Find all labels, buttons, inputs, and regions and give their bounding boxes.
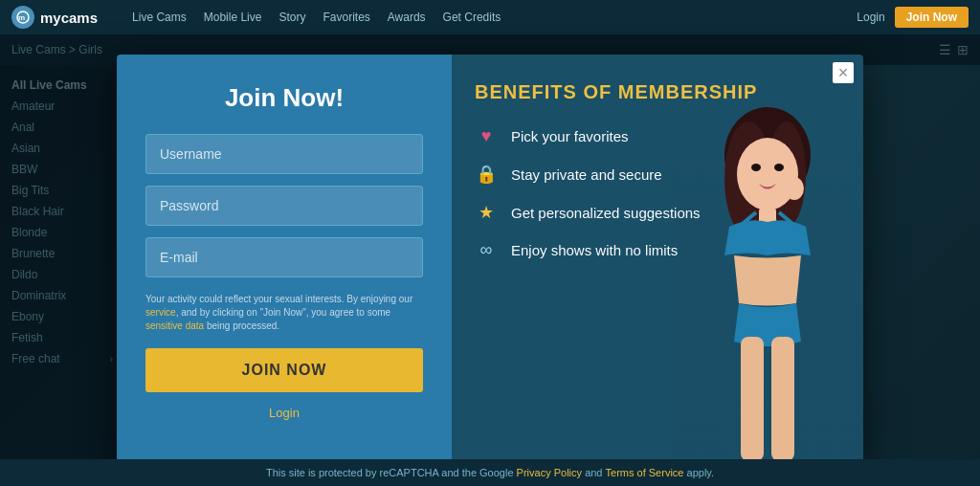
password-input[interactable]: [145, 186, 423, 226]
benefit-text-favorites: Pick your favorites: [511, 128, 629, 144]
benefit-item-suggestions: ★ Get personalized suggestions: [475, 202, 840, 223]
bottom-text-after: apply.: [687, 467, 715, 478]
nav-get-credits[interactable]: Get Credits: [443, 11, 501, 24]
logo[interactable]: m mycams: [11, 6, 98, 29]
heart-icon: ♥: [475, 126, 498, 146]
nav-live-cams[interactable]: Live Cams: [132, 11, 187, 24]
benefit-text-private: Stay private and secure: [511, 166, 662, 183]
close-button[interactable]: ×: [833, 62, 854, 83]
modal-login-link[interactable]: Login: [269, 406, 300, 420]
modal-overlay: × Join Now! Your activity could reflect …: [0, 34, 980, 486]
nav-awards[interactable]: Awards: [388, 11, 426, 24]
star-icon: ★: [475, 202, 498, 223]
benefit-text-shows: Enjoy shows with no limits: [511, 242, 678, 258]
bottom-text-mid: and: [585, 467, 602, 478]
join-title: Join Now!: [225, 83, 344, 113]
lock-icon: 🔒: [475, 164, 498, 185]
infinity-icon: ∞: [475, 240, 498, 260]
nav-links: Live Cams Mobile Live Story Favorites Aw…: [132, 11, 501, 24]
email-input[interactable]: [145, 237, 423, 277]
benefits-title: BENEFITS OF MEMBERSHIP: [475, 81, 840, 103]
terms-service-link[interactable]: service: [145, 307, 176, 318]
logo-icon: m: [11, 6, 34, 29]
username-input[interactable]: [145, 134, 423, 174]
nav-favorites[interactable]: Favorites: [323, 11, 369, 24]
svg-rect-12: [771, 337, 794, 461]
nav-mobile-live[interactable]: Mobile Live: [204, 11, 262, 24]
logo-text: mycams: [40, 10, 98, 26]
join-now-button[interactable]: Join Now: [895, 7, 969, 28]
join-now-submit-button[interactable]: JOIN NOW: [145, 348, 423, 392]
join-panel: Join Now! Your activity could reflect yo…: [117, 55, 452, 466]
privacy-policy-link[interactable]: Privacy Policy: [517, 467, 582, 478]
benefit-item-private: 🔒 Stay private and secure: [475, 164, 840, 185]
topbar: m mycams Live Cams Mobile Live Story Fav…: [0, 0, 980, 34]
benefit-item-favorites: ♥ Pick your favorites: [475, 126, 840, 146]
benefits-panel: BENEFITS OF MEMBERSHIP ♥ Pick your favor…: [452, 55, 863, 466]
svg-text:m: m: [18, 13, 25, 22]
nav-story[interactable]: Story: [278, 11, 305, 24]
modal: × Join Now! Your activity could reflect …: [117, 55, 863, 466]
bottom-text-before: This site is protected by reCAPTCHA and …: [266, 467, 514, 478]
svg-rect-11: [741, 337, 764, 461]
nav-right: Login Join Now: [857, 7, 969, 28]
benefit-text-suggestions: Get personalized suggestions: [511, 205, 701, 221]
terms-sensitive-link[interactable]: sensitive data: [145, 320, 204, 331]
login-button[interactable]: Login: [857, 11, 884, 24]
terms-text: Your activity could reflect your sexual …: [145, 293, 423, 333]
benefit-item-shows: ∞ Enjoy shows with no limits: [475, 240, 840, 260]
bottom-bar: This site is protected by reCAPTCHA and …: [0, 459, 980, 486]
benefits-content: BENEFITS OF MEMBERSHIP ♥ Pick your favor…: [452, 55, 863, 304]
terms-of-service-link[interactable]: Terms of Service: [606, 467, 684, 478]
